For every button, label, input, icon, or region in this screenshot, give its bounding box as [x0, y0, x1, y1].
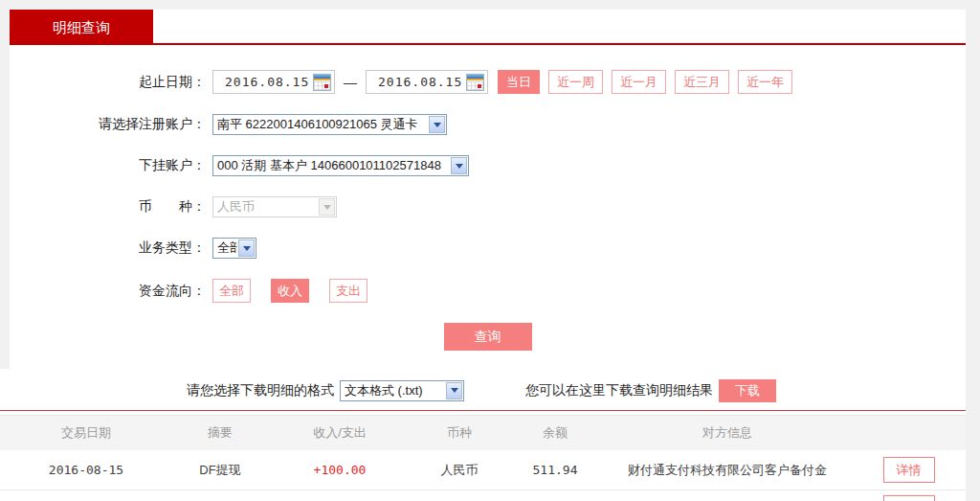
query-form: 起止日期： 2016.08.15 — 2016.08.15 当日 近一周 近一月…: [10, 45, 966, 351]
date-to-value: 2016.08.15: [378, 75, 466, 89]
table-top-divider: [0, 410, 966, 411]
calendar-icon[interactable]: [466, 74, 484, 91]
header-counterparty: 对方信息: [603, 424, 852, 442]
cell-currency: 人民币: [412, 462, 507, 479]
query-panel: 明细查询 起止日期： 2016.08.15 — 2016.08.15 当日 近一…: [10, 10, 966, 369]
header-currency: 币种: [412, 424, 507, 442]
table-header: 交易日期 摘要 收入/支出 币种 余额 对方信息: [0, 415, 966, 450]
detail-button[interactable]: 详情: [883, 457, 935, 483]
cell-counterparty: 财付通支付科技有限公司客户备付金: [603, 462, 852, 479]
download-button[interactable]: 下载: [719, 379, 776, 402]
sub-account-select[interactable]: 000 活期 基本户 1406600101102571848: [212, 155, 469, 176]
sub-account-row: 下挂账户： 000 活期 基本户 1406600101102571848: [10, 155, 966, 176]
cell-amount: +100.00: [268, 463, 412, 477]
quick-today-button[interactable]: 当日: [498, 70, 540, 94]
download-hint: 您可以在这里下载查询明细结果: [525, 382, 713, 399]
query-button[interactable]: 查询: [444, 323, 532, 351]
date-range-label: 起止日期：: [10, 74, 206, 91]
sub-account-value: 000 活期 基本户 1406600101102571848: [213, 157, 450, 174]
chevron-down-icon: [446, 382, 462, 399]
currency-select: 人民币: [212, 196, 337, 217]
biz-type-label: 业务类型：: [10, 239, 206, 257]
chevron-down-icon: [429, 116, 445, 133]
cell-balance: 511.94: [507, 463, 603, 477]
table-row-partial: 详情: [0, 490, 966, 501]
download-row: 请您选择下载明细的格式 文本格式 (.txt) 您可以在这里下载查询明细结果 下…: [187, 378, 966, 402]
flow-expense-button[interactable]: 支出: [329, 279, 368, 303]
currency-value: 人民币: [213, 198, 318, 216]
quick-last-month-button[interactable]: 近一月: [612, 70, 666, 94]
header-summary: 摘要: [172, 424, 268, 442]
table-row: 2016-08-15 DF提现 +100.00 人民币 511.94 财付通支付…: [0, 450, 966, 490]
biz-type-value: 全部: [213, 239, 237, 257]
register-account-select[interactable]: 南平 6222001406100921065 灵通卡: [212, 114, 447, 135]
fund-flow-label: 资金流向：: [10, 283, 206, 300]
header-balance: 余额: [507, 424, 603, 442]
date-from-input[interactable]: 2016.08.15: [212, 70, 335, 94]
quick-last-3-months-button[interactable]: 近三月: [675, 70, 729, 94]
register-account-row: 请选择注册账户： 南平 6222001406100921065 灵通卡: [10, 114, 966, 135]
date-from-value: 2016.08.15: [225, 75, 313, 89]
quick-last-year-button[interactable]: 近一年: [738, 70, 792, 94]
chevron-down-icon: [319, 198, 335, 216]
flow-all-button[interactable]: 全部: [212, 279, 251, 303]
flow-income-button[interactable]: 收入: [271, 279, 309, 303]
register-account-label: 请选择注册账户：: [10, 116, 206, 133]
download-format-value: 文本格式 (.txt): [341, 382, 445, 399]
biz-type-select[interactable]: 全部: [212, 238, 256, 259]
chevron-down-icon: [451, 157, 467, 174]
fund-flow-row: 资金流向： 全部 收入 支出: [10, 279, 966, 303]
quick-last-week-button[interactable]: 近一周: [548, 70, 603, 94]
tab-detail-query[interactable]: 明细查询: [10, 10, 153, 45]
currency-label: 币 种：: [10, 198, 206, 216]
date-range-dash: —: [344, 75, 357, 90]
cell-summary: DF提现: [172, 462, 268, 479]
date-range-row: 起止日期： 2016.08.15 — 2016.08.15 当日 近一周 近一月…: [10, 70, 966, 94]
detail-button[interactable]: 详情: [883, 495, 935, 501]
chevron-down-icon: [238, 239, 255, 257]
cell-trade-date: 2016-08-15: [0, 463, 172, 477]
register-account-value: 南平 6222001406100921065 灵通卡: [213, 116, 428, 133]
sub-account-label: 下挂账户：: [10, 157, 206, 174]
tab-bar: 明细查询: [10, 10, 966, 45]
calendar-icon[interactable]: [313, 74, 331, 91]
header-income-expense: 收入/支出: [268, 424, 412, 442]
header-trade-date: 交易日期: [0, 424, 172, 442]
download-format-label: 请您选择下载明细的格式: [187, 382, 334, 399]
biz-type-row: 业务类型： 全部: [10, 238, 966, 259]
currency-row: 币 种： 人民币: [10, 196, 966, 217]
date-to-input[interactable]: 2016.08.15: [366, 70, 488, 94]
download-format-select[interactable]: 文本格式 (.txt): [340, 380, 464, 401]
result-panel: 请您选择下载明细的格式 文本格式 (.txt) 您可以在这里下载查询明细结果 下…: [0, 369, 966, 501]
